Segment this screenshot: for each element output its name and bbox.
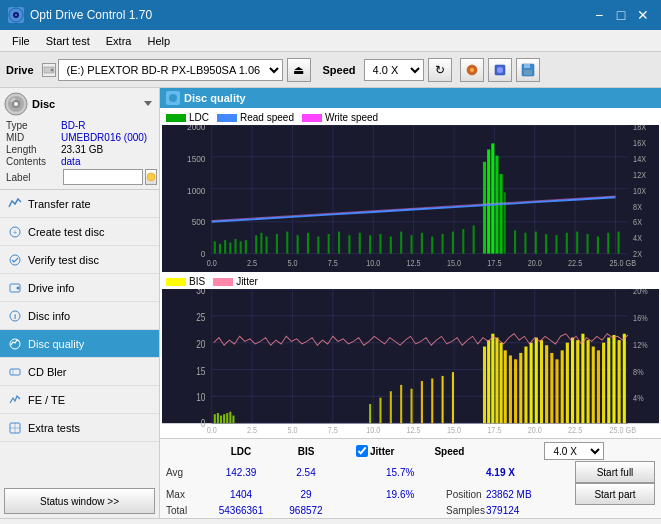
minimize-button[interactable]: − [589,6,609,24]
jitter-checkbox[interactable] [356,445,368,457]
svg-rect-166 [226,413,228,423]
svg-text:0: 0 [201,249,206,260]
drive-select[interactable]: (E:) PLEXTOR BD-R PX-LB950SA 1.06 [58,59,283,81]
disc-expand-icon[interactable] [141,96,155,112]
nav-drive-info-label: Drive info [28,282,74,294]
svg-rect-196 [571,338,574,424]
nav-create-test-disc[interactable]: + Create test disc [0,218,159,246]
svg-text:6X: 6X [633,218,642,228]
svg-rect-81 [245,240,247,253]
nav-disc-quality[interactable]: Disc quality [0,330,159,358]
svg-text:15.0: 15.0 [447,258,462,268]
nav-fe-te[interactable]: FE / TE [0,386,159,414]
svg-text:5.0: 5.0 [287,258,298,268]
ldc-legend: LDC [166,112,209,123]
svg-text:8X: 8X [633,202,642,212]
nav-create-test-label: Create test disc [28,226,104,238]
svg-text:7.5: 7.5 [328,258,339,268]
speed-select[interactable]: 4.0 X [364,59,424,81]
svg-rect-104 [487,150,490,254]
svg-text:18X: 18X [633,125,647,132]
svg-rect-112 [524,233,526,254]
nav-disc-info[interactable]: i Disc info [0,302,159,330]
titlebar-left: Opti Drive Control 1.70 [8,7,152,23]
nav-extra-tests[interactable]: Extra tests [0,414,159,442]
svg-rect-198 [581,334,584,423]
options-button1[interactable] [460,58,484,82]
svg-rect-119 [597,236,599,253]
svg-marker-17 [144,101,152,106]
maximize-button[interactable]: □ [611,6,631,24]
menu-file[interactable]: File [4,33,38,49]
svg-text:i: i [14,312,16,321]
speed-label: Speed [323,64,356,76]
menu-extra[interactable]: Extra [98,33,140,49]
close-button[interactable]: ✕ [633,6,653,24]
svg-rect-27 [10,369,20,375]
menu-start-test[interactable]: Start test [38,33,98,49]
write-speed-legend: Write speed [302,112,378,123]
svg-rect-120 [607,233,609,254]
stats-speed-select[interactable]: 4.0 X [544,442,604,460]
svg-rect-169 [369,404,371,423]
nav-drive-info[interactable]: Drive info [0,274,159,302]
chart-header-icon [166,91,180,105]
refresh-button[interactable]: ↻ [428,58,452,82]
svg-text:15: 15 [196,366,205,377]
label-input[interactable] [63,169,143,185]
svg-text:22.5: 22.5 [568,426,583,436]
svg-rect-163 [217,413,219,423]
bis-legend-label: BIS [189,276,205,287]
svg-text:2.5: 2.5 [247,258,258,268]
eject-button[interactable]: ⏏ [287,58,311,82]
ldc-header: LDC [206,446,276,457]
save-button[interactable] [516,58,540,82]
options-button2[interactable] [488,58,512,82]
menu-help[interactable]: Help [139,33,178,49]
svg-rect-115 [555,235,557,253]
label-edit-button[interactable] [145,169,157,185]
svg-rect-199 [587,340,590,423]
mid-value: UMEBDR016 (000) [61,132,147,143]
svg-text:12%: 12% [633,340,647,350]
svg-text:8%: 8% [633,367,643,377]
svg-text:12X: 12X [633,170,647,180]
svg-rect-114 [545,234,547,254]
svg-rect-97 [400,232,402,254]
jitter-legend-label: Jitter [236,276,258,287]
write-speed-legend-color [302,114,322,122]
position-label: Position [446,489,486,500]
nav-transfer-rate-label: Transfer rate [28,198,91,210]
nav-verify-test-disc[interactable]: Verify test disc [0,246,159,274]
svg-rect-84 [266,236,268,253]
svg-text:17.5: 17.5 [487,426,502,436]
svg-rect-183 [504,350,507,423]
svg-rect-186 [519,353,522,423]
bis-legend-color [166,278,186,286]
mid-label: MID [6,132,61,143]
svg-rect-87 [297,235,299,253]
start-part-button[interactable]: Start part [575,483,655,505]
nav-transfer-rate[interactable]: Transfer rate [0,190,159,218]
status-window-button[interactable]: Status window >> [4,488,155,514]
stats-header-row: LDC BIS Jitter Speed 4.0 X [164,441,657,461]
svg-rect-93 [359,233,361,254]
svg-text:7.5: 7.5 [328,426,338,436]
svg-rect-192 [550,353,553,423]
jitter-header: Jitter [370,446,394,457]
svg-rect-189 [535,338,538,424]
fe-te-icon [8,393,22,407]
svg-rect-182 [500,343,503,424]
svg-rect-82 [255,235,257,253]
svg-text:20.0: 20.0 [528,258,543,268]
svg-rect-197 [576,340,579,423]
stats-max-row: Max 1404 29 19.6% Position 23862 MB Star… [164,483,657,505]
lower-chart-svg: 30 25 20 15 10 0 20% 16% 12% 8% 4% 0.0 [162,289,659,436]
svg-text:22.5: 22.5 [568,258,583,268]
type-label: Type [6,120,61,131]
svg-rect-94 [369,235,371,253]
svg-text:12.5: 12.5 [407,258,422,268]
start-full-button[interactable]: Start full [575,461,655,483]
transfer-rate-icon [8,197,22,211]
nav-cd-bler[interactable]: CD Bler [0,358,159,386]
